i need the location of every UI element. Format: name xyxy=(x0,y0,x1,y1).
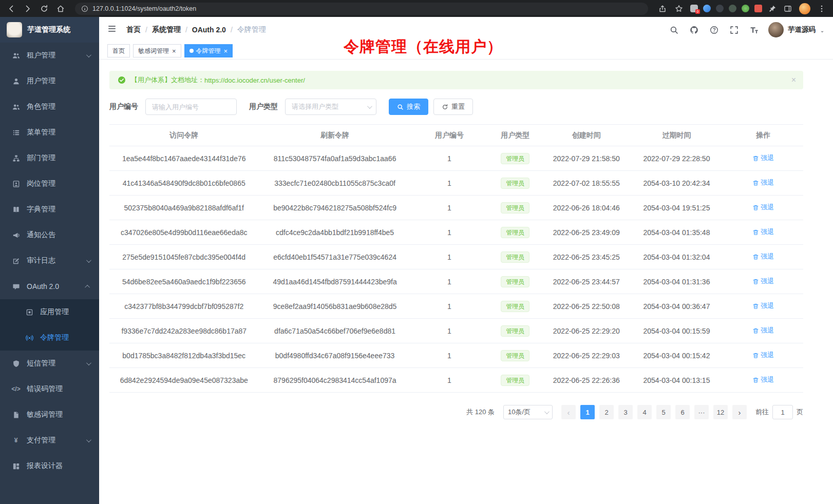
table-row: 275e5de9151045fe87cbdc395e004f4de6cfd40e… xyxy=(109,245,803,269)
force-logout-button[interactable]: 强退 xyxy=(752,351,774,360)
help-icon[interactable] xyxy=(708,24,720,35)
table-row: 6d842e2924594de9a09e45e087323abe8796295f… xyxy=(109,368,803,393)
font-size-icon[interactable] xyxy=(748,24,760,35)
sidebar-item-error-code[interactable]: </>错误码管理 xyxy=(0,376,99,402)
sidebar-item-post[interactable]: 岗位管理 xyxy=(0,171,99,197)
sidebar-item-report-designer[interactable]: 报表设计器 xyxy=(0,453,99,479)
sidebar-item-menu[interactable]: 菜单管理 xyxy=(0,120,99,145)
action-cell: 强退 xyxy=(724,245,803,269)
pin-icon[interactable] xyxy=(767,4,778,14)
github-icon[interactable] xyxy=(688,24,699,35)
alert-close-icon[interactable]: × xyxy=(791,76,796,84)
bookmark-star-icon[interactable] xyxy=(674,4,684,14)
sidebar-item-dict[interactable]: 字典管理 xyxy=(0,197,99,222)
page-ellipsis-button[interactable]: ··· xyxy=(694,405,709,419)
tab-sensitive-word[interactable]: 敏感词管理× xyxy=(133,44,181,57)
sidebar-item-oauth2-token[interactable]: 令牌管理 xyxy=(0,325,99,351)
page-button-12[interactable]: 12 xyxy=(713,405,728,419)
share-icon[interactable] xyxy=(657,4,668,14)
page-button-2[interactable]: 2 xyxy=(599,405,614,419)
page-size-select[interactable]: 10条/页 xyxy=(503,405,553,419)
url-bar[interactable]: 127.0.0.1:1024/system/oauth2/token xyxy=(75,3,648,15)
sidebar-item-audit-log[interactable]: 审计日志 xyxy=(0,248,99,274)
forward-icon[interactable] xyxy=(23,4,33,14)
page-button-4[interactable]: 4 xyxy=(637,405,652,419)
sidebar-item-notice[interactable]: 通知公告 xyxy=(0,222,99,248)
logo-image xyxy=(7,22,22,37)
table-row: 54d6be82ee5a460a9aedc1f9bf22365649d1aa46… xyxy=(109,269,803,294)
sidebar-item-sensitive-word[interactable]: 敏感词管理 xyxy=(0,402,99,428)
page-button-3[interactable]: 3 xyxy=(618,405,633,419)
url-text: 127.0.0.1:1024/system/oauth2/token xyxy=(92,5,196,12)
sidebar-item-label: 令牌管理 xyxy=(40,333,90,342)
breadcrumb-item[interactable]: 系统管理 xyxy=(152,25,181,34)
breadcrumb-item[interactable]: 首页 xyxy=(126,25,141,34)
search-icon[interactable] xyxy=(668,24,679,35)
post-icon xyxy=(10,180,22,188)
tab-home[interactable]: 首页 xyxy=(107,44,130,57)
extension-puzzle-icon[interactable] xyxy=(754,5,762,12)
app-logo[interactable]: 芋道管理系统 xyxy=(0,17,99,43)
create-time-cell: 2022-06-25 23:44:57 xyxy=(543,269,630,294)
user-type-tag: 管理员 xyxy=(501,301,529,312)
side-panel-icon[interactable] xyxy=(783,4,793,14)
jump-page-input[interactable] xyxy=(772,405,793,419)
sidebar-item-dept[interactable]: 部门管理 xyxy=(0,145,99,171)
refresh-token-cell: 8796295f04064c2983414cc54af1097a xyxy=(258,368,411,393)
search-button[interactable]: 搜索 xyxy=(389,99,428,115)
sidebar-item-label: 角色管理 xyxy=(27,102,90,111)
force-logout-button[interactable]: 强退 xyxy=(752,301,774,311)
extension-dark2-icon[interactable] xyxy=(729,5,736,12)
sidebar-item-sms[interactable]: 短信管理 xyxy=(0,351,99,376)
page-button-1[interactable]: 1 xyxy=(580,405,595,419)
force-logout-label: 强退 xyxy=(761,178,774,187)
prev-page-button[interactable]: ‹ xyxy=(561,405,576,419)
back-icon[interactable] xyxy=(6,4,16,14)
reset-button[interactable]: 重置 xyxy=(433,99,473,115)
refresh-icon[interactable] xyxy=(39,4,49,14)
tab-close-icon[interactable]: × xyxy=(224,48,228,54)
site-info-icon[interactable] xyxy=(81,5,88,12)
page-button-5[interactable]: 5 xyxy=(656,405,671,419)
sidebar-item-oauth2[interactable]: OAuth 2.0 xyxy=(0,274,99,299)
page-button-6[interactable]: 6 xyxy=(675,405,690,419)
extension-grid-icon[interactable]: 0 xyxy=(690,5,698,12)
extension-green-icon[interactable] xyxy=(742,5,749,12)
user-menu[interactable]: 芋道源码 xyxy=(768,22,825,37)
user-id-input[interactable] xyxy=(145,99,237,115)
success-check-icon xyxy=(118,76,126,84)
breadcrumb-separator: / xyxy=(231,26,233,34)
force-logout-button[interactable]: 强退 xyxy=(752,227,774,237)
hamburger-icon[interactable] xyxy=(107,24,119,35)
action-cell: 强退 xyxy=(724,220,803,245)
browser-menu-icon[interactable] xyxy=(817,4,827,14)
sidebar-item-oauth2-app[interactable]: 应用管理 xyxy=(0,299,99,325)
sidebar-item-user[interactable]: 用户管理 xyxy=(0,68,99,94)
browser-profile-avatar[interactable] xyxy=(799,3,810,14)
user-type-select[interactable]: 请选择用户类型 xyxy=(285,99,376,115)
access-token-cell: c347026e805e4d99b0d116eae66eda8c xyxy=(109,220,258,245)
force-logout-button[interactable]: 强退 xyxy=(752,178,774,187)
access-token-cell: 275e5de9151045fe87cbdc395e004f4d xyxy=(109,245,258,269)
sidebar-item-tenant[interactable]: 租户管理 xyxy=(0,43,99,68)
force-logout-button[interactable]: 强退 xyxy=(752,203,774,212)
create-time-cell: 2022-06-26 18:04:46 xyxy=(543,196,630,220)
next-page-button[interactable]: › xyxy=(732,405,747,419)
alert-link[interactable]: https://doc.iocoder.cn/user-center/ xyxy=(204,76,305,84)
table-row: b0d1785bc3a8482f812db4a3f3bd15ecb0df4980… xyxy=(109,343,803,368)
home-icon[interactable] xyxy=(55,4,66,14)
breadcrumb-item[interactable]: OAuth 2.0 xyxy=(192,26,226,34)
delete-icon xyxy=(752,327,759,334)
tab-token-management[interactable]: 令牌管理× xyxy=(184,44,233,57)
extension-blue-icon[interactable] xyxy=(703,5,711,12)
force-logout-button[interactable]: 强退 xyxy=(752,326,774,335)
tab-close-icon[interactable]: × xyxy=(172,48,176,54)
force-logout-button[interactable]: 强退 xyxy=(752,153,774,163)
force-logout-button[interactable]: 强退 xyxy=(752,277,774,286)
sidebar-item-role[interactable]: 角色管理 xyxy=(0,94,99,120)
force-logout-button[interactable]: 强退 xyxy=(752,252,774,261)
fullscreen-icon[interactable] xyxy=(728,24,740,35)
force-logout-button[interactable]: 强退 xyxy=(752,375,774,384)
extension-dark-icon[interactable] xyxy=(716,5,724,12)
sidebar-item-pay[interactable]: ¥支付管理 xyxy=(0,428,99,453)
